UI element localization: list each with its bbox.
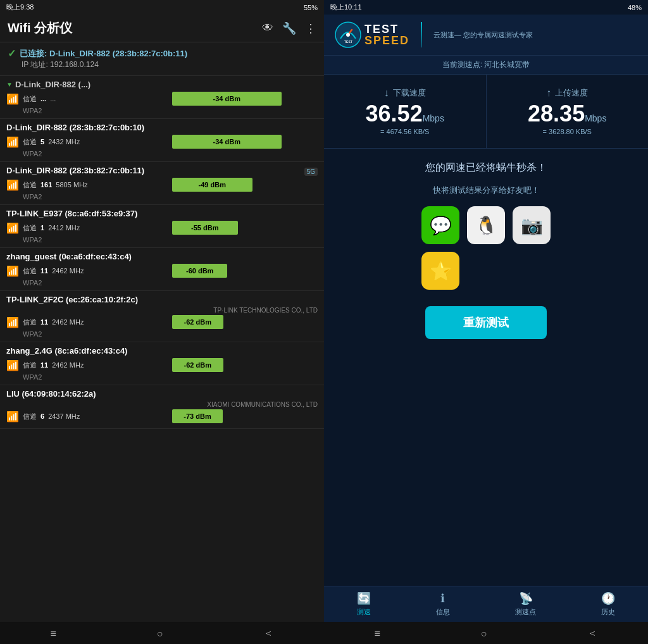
upload-col: ↑ 上传速度 28.35Mbps = 3628.80 KB/S <box>487 75 649 148</box>
eye-icon[interactable]: 👁 <box>262 22 273 35</box>
wifi-ssid-0: ▼ D-Link_DIR-882 (...) <box>6 80 318 89</box>
channel-info-4: 信道 11 2462 MHz <box>23 266 168 276</box>
home-button-right[interactable]: ○ <box>481 628 487 640</box>
menu-button-left[interactable]: ≡ <box>50 628 56 640</box>
logo-divider <box>421 22 422 47</box>
home-button-left[interactable]: ○ <box>157 628 163 640</box>
signal-bar-1: -34 dBm <box>172 135 282 149</box>
wifi-analyzer-panel: 晚上9:38 55% Wifi 分析仪 👁 🔧 ⋮ ✓ 已连接: D-Link_… <box>0 0 324 644</box>
security-1: WPA2 <box>23 150 318 158</box>
wifi-group-3[interactable]: TP-LINK_E937 (8c:a6:df:53:e9:37) 📶 信道 1 … <box>0 205 324 248</box>
wifi-group-2[interactable]: D-Link_DIR-882 (28:3b:82:7c:0b:11) 5G 📶 … <box>0 162 324 205</box>
wifi-row-6: 📶 信道 11 2462 MHz -62 dBm <box>6 358 318 372</box>
share-app-icons: 💬 🐧 📷 ⭐ <box>421 206 551 290</box>
nav-bar-right: 🔄 测速 ℹ 信息 📡 测速点 🕐 历史 <box>324 586 648 622</box>
test-node-info: 当前测速点: 河北长城宽带 <box>324 56 648 75</box>
logo-text: TEST SPEED <box>364 23 409 46</box>
app-title: Wifi 分析仪 <box>8 20 72 37</box>
signal-bar-4: -60 dBm <box>172 264 227 278</box>
connected-ssid: ✓ 已连接: D-Link_DIR-882 (28:3b:82:7c:0b:11… <box>8 47 316 59</box>
channel-label-0: 信道 <box>23 94 37 104</box>
signal-bar-6: -62 dBm <box>172 358 223 372</box>
speed-results-section: ↓ 下载速度 36.52Mbps = 4674.56 KB/S ↑ 上传速度 2… <box>324 75 648 149</box>
upload-value: 28.35Mbps <box>493 102 642 125</box>
wifi-signal-icon-0: 📶 <box>6 93 19 105</box>
channel-label-1: 信道 <box>23 137 37 147</box>
signal-bar-container-2: -49 dBm <box>172 178 318 192</box>
wifi-group-6[interactable]: zhang_2.4G (8c:a6:df:ec:43:c4) 📶 信道 11 2… <box>0 342 324 385</box>
star-share-button[interactable]: ⭐ <box>421 252 459 290</box>
back-button-left[interactable]: ＜ <box>263 627 273 640</box>
camera-share-button[interactable]: 📷 <box>513 206 551 244</box>
wifi-ssid-6: zhang_2.4G (8c:a6:df:ec:43:c4) <box>6 346 318 356</box>
speedometer-logo-icon: TEST <box>334 21 362 49</box>
signal-bar-3: -55 dBm <box>172 221 238 235</box>
speed-test-panel: 晚上10:11 48% TEST TEST SPEED 云测速— 您的专属网速测… <box>324 0 648 644</box>
nav-item-speed[interactable]: 🔄 测速 <box>357 591 371 617</box>
security-0: WPA2 <box>23 107 318 115</box>
download-arrow-icon: ↓ <box>384 87 389 99</box>
channel-label-2: 信道 <box>23 180 37 190</box>
channel-label-7: 信道 <box>23 412 37 421</box>
qq-share-button[interactable]: 🐧 <box>467 206 505 244</box>
signal-bar-7: -73 dBm <box>172 409 223 423</box>
share-message: 快将测试结果分享给好友吧！ <box>433 185 540 196</box>
manufacturer-5: TP-LINK TECHNOLOGIES CO., LTD <box>6 307 318 314</box>
security-3: WPA2 <box>23 236 318 244</box>
download-label: ↓ 下载速度 <box>330 87 480 99</box>
download-value: 36.52Mbps <box>330 102 480 125</box>
menu-button-right[interactable]: ≡ <box>374 628 380 640</box>
speed-nav-icon: 🔄 <box>357 591 371 605</box>
nav-item-testpoint[interactable]: 📡 测速点 <box>515 591 536 617</box>
upload-arrow-icon: ↑ <box>546 87 551 99</box>
manufacturer-7: XIAOMI COMMUNICATIONS CO., LTD <box>6 401 318 408</box>
signal-bar-container-7: -73 dBm <box>172 409 318 423</box>
header-actions: 👁 🔧 ⋮ <box>262 22 316 35</box>
wifi-signal-icon-6: 📶 <box>6 359 19 371</box>
download-kbs: = 4674.56 KB/S <box>330 128 480 135</box>
logo-area: TEST TEST SPEED <box>334 21 409 49</box>
wifi-ssid-1: D-Link_DIR-882 (28:3b:82:7c:0b:10) <box>6 123 318 132</box>
wifi-group-1[interactable]: D-Link_DIR-882 (28:3b:82:7c:0b:10) 📶 信道 … <box>0 119 324 162</box>
wifi-group-0[interactable]: ▼ D-Link_DIR-882 (...) 📶 信道 ... ... -34 … <box>0 76 324 119</box>
retest-button[interactable]: 重新测试 <box>425 306 547 339</box>
security-5: WPA2 <box>23 330 318 338</box>
nav-item-info[interactable]: ℹ 信息 <box>436 591 450 617</box>
more-icon[interactable]: ⋮ <box>305 22 316 35</box>
battery-right: 48% <box>628 4 642 11</box>
wifi-group-4[interactable]: zhang_guest (0e:a6:df:ec:43:c4) 📶 信道 11 … <box>0 248 324 291</box>
wifi-row-3: 📶 信道 1 2412 MHz -55 dBm <box>6 221 318 235</box>
channel-info-7: 信道 6 2437 MHz <box>23 412 168 421</box>
channel-info-0: 信道 ... ... <box>23 94 168 104</box>
wifi-row-7: 📶 信道 6 2437 MHz -73 dBm <box>6 409 318 423</box>
wifi-group-7[interactable]: LIU (64:09:80:14:62:2a) XIAOMI COMMUNICA… <box>0 385 324 429</box>
signal-bar-container-3: -55 dBm <box>172 221 318 235</box>
signal-bar-2: -49 dBm <box>172 178 252 192</box>
wifi-signal-icon-5: 📶 <box>6 316 19 328</box>
wifi-row-2: 📶 信道 161 5805 MHz -49 dBm <box>6 178 318 192</box>
signal-bar-container-0: -34 dBm <box>172 92 318 106</box>
battery-left: 55% <box>304 4 318 11</box>
download-col: ↓ 下载速度 36.52Mbps = 4674.56 KB/S <box>324 75 487 148</box>
wechat-share-button[interactable]: 💬 <box>421 206 459 244</box>
status-bar-left: 晚上9:38 55% <box>0 0 324 15</box>
signal-bar-container-6: -62 dBm <box>172 358 318 372</box>
security-6: WPA2 <box>23 373 318 381</box>
wifi-signal-icon-7: 📶 <box>6 411 19 423</box>
signal-bar-container-4: -60 dBm <box>172 264 318 278</box>
wifi-group-5[interactable]: TP-LINK_2F2C (ec:26:ca:10:2f:2c) TP-LINK… <box>0 291 324 342</box>
camera-icon: 📷 <box>521 215 543 236</box>
wrench-icon[interactable]: 🔧 <box>282 22 296 35</box>
wifi-row-5: 📶 信道 11 2462 MHz -62 dBm <box>6 315 318 329</box>
time-right: 晚上10:11 <box>330 3 362 12</box>
qq-icon: 🐧 <box>475 215 497 236</box>
signal-bar-5: -62 dBm <box>172 315 223 329</box>
wifi-network-list: ▼ D-Link_DIR-882 (...) 📶 信道 ... ... -34 … <box>0 76 324 622</box>
wifi-ssid-5: TP-LINK_2F2C (ec:26:ca:10:2f:2c) <box>6 295 318 304</box>
connected-ip: IP 地址: 192.168.0.124 <box>22 59 316 70</box>
nav-item-history[interactable]: 🕐 历史 <box>601 591 615 617</box>
back-button-right[interactable]: ＜ <box>587 627 597 640</box>
channel-info-5: 信道 11 2462 MHz <box>23 318 168 327</box>
logo-speed-text: SPEED <box>364 35 409 46</box>
system-nav-right: ≡ ○ ＜ <box>324 622 648 644</box>
